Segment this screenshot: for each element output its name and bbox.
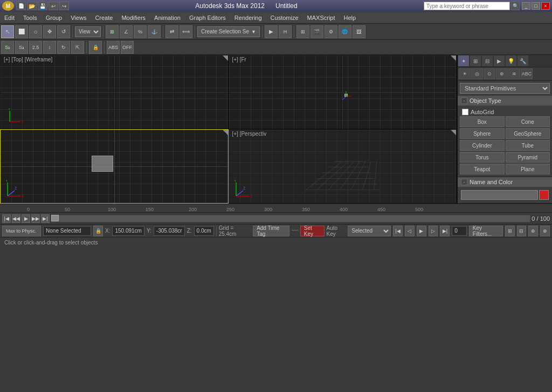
- menu-views[interactable]: Views: [66, 12, 91, 23]
- menu-edit[interactable]: Edit: [0, 12, 19, 23]
- spinner-snap-btn[interactable]: ⚓: [148, 25, 161, 38]
- key-filters-btn[interactable]: Key Filters...: [469, 226, 503, 236]
- spinner-scale-btn[interactable]: ⇱: [71, 41, 84, 54]
- first-frame-btn[interactable]: |◀: [393, 226, 403, 236]
- maximize-button[interactable]: □: [532, 2, 540, 10]
- undo-icon[interactable]: ↩: [49, 2, 58, 10]
- close-button[interactable]: ×: [541, 2, 550, 10]
- primitives-dropdown[interactable]: Standard PrimitivesExtended PrimitivesCo…: [460, 83, 550, 94]
- circle-select-btn[interactable]: ○: [29, 25, 42, 38]
- save-icon[interactable]: 💾: [38, 2, 47, 10]
- timeline-thumb[interactable]: [51, 215, 59, 221]
- abs-mode-btn[interactable]: ABS: [107, 41, 120, 54]
- obj-btn-sphere[interactable]: Sphere: [460, 128, 505, 139]
- spinner-move-btn[interactable]: ↕: [43, 41, 56, 54]
- obj-btn-box[interactable]: Box: [460, 116, 505, 127]
- create-selection-dropdown[interactable]: Create Selection Se ▼: [197, 26, 260, 37]
- rpanel-subtab-6[interactable]: ABC: [521, 68, 533, 79]
- render-setup-btn[interactable]: ⚙: [325, 25, 337, 38]
- next-key-status-btn[interactable]: ▷: [429, 226, 438, 236]
- obj-btn-cone[interactable]: Cone: [506, 116, 550, 127]
- select-tool-btn[interactable]: ↖: [1, 25, 14, 38]
- rpanel-tab-create[interactable]: ✦: [458, 55, 470, 67]
- viewport-front[interactable]: [+] [Fr: [229, 55, 457, 129]
- offset-mode-btn[interactable]: OFF: [121, 41, 134, 54]
- search-icon[interactable]: 🔍: [511, 2, 520, 10]
- viewport-corner-top[interactable]: [223, 55, 228, 61]
- prev-key-status-btn[interactable]: ◁: [405, 226, 415, 236]
- menu-tools[interactable]: Tools: [19, 12, 42, 23]
- viewport-corner-front[interactable]: [451, 55, 456, 61]
- viewport-corner-persp[interactable]: [451, 130, 456, 135]
- rpanel-tab-display[interactable]: 💡: [505, 55, 517, 67]
- menu-modifiers[interactable]: Modifiers: [117, 12, 150, 23]
- rpanel-tab-motion[interactable]: ▶: [493, 55, 505, 67]
- rpanel-tab-modify[interactable]: ⊞: [470, 55, 481, 67]
- angle-snap-btn[interactable]: ∠: [120, 25, 133, 38]
- next-key-btn[interactable]: ▶▶: [31, 214, 40, 223]
- obj-btn-teapot[interactable]: Teapot: [460, 164, 505, 174]
- spinner-rotate-btn[interactable]: ↻: [57, 41, 70, 54]
- add-time-tag-btn[interactable]: Add Time Tag: [253, 226, 289, 236]
- next-frame-btn[interactable]: ▶|: [41, 214, 50, 223]
- snap-3d-btn[interactable]: S₃: [15, 41, 28, 54]
- snap-25d-btn[interactable]: 2.5: [29, 41, 42, 54]
- object-name-input[interactable]: [461, 190, 538, 200]
- minimize-button[interactable]: _: [522, 2, 530, 10]
- viewport-perspective[interactable]: [+] [Perspectiv: [229, 129, 457, 204]
- obj-btn-geosphere[interactable]: GeoSphere: [506, 128, 550, 139]
- menu-graph-editors[interactable]: Graph Editors: [185, 12, 230, 23]
- extra-icon-4[interactable]: ⊗: [540, 226, 550, 236]
- extra-icon-2[interactable]: ⊟: [517, 226, 527, 236]
- prev-frame-btn[interactable]: |◀: [2, 214, 11, 223]
- play-btn[interactable]: ▶: [265, 25, 278, 38]
- render-frame-btn[interactable]: 🖼: [353, 25, 365, 38]
- menu-customize[interactable]: Customize: [266, 12, 303, 23]
- render-type-btn[interactable]: ⊞: [296, 25, 309, 38]
- name-color-header[interactable]: - Name and Color: [458, 177, 552, 187]
- set-key-btn[interactable]: Set Key: [300, 226, 325, 236]
- menu-help[interactable]: Help: [340, 12, 361, 23]
- viewport-top[interactable]: [+] [Top] [Wireframe] X Y: [0, 55, 229, 129]
- rpanel-subtab-4[interactable]: ⊛: [496, 68, 508, 79]
- open-icon[interactable]: 📂: [27, 2, 37, 10]
- frame-number[interactable]: 0: [452, 226, 467, 236]
- menu-rendering[interactable]: Rendering: [230, 12, 266, 23]
- obj-btn-cylinder[interactable]: Cylinder: [460, 140, 505, 151]
- play-btn[interactable]: ▶: [22, 214, 30, 223]
- lock-sel-btn[interactable]: 🔒: [89, 41, 102, 54]
- menu-maxscript[interactable]: MAXScript: [303, 12, 340, 23]
- play-status-btn[interactable]: ▶: [417, 226, 426, 236]
- obj-btn-tube[interactable]: Tube: [506, 140, 550, 151]
- obj-btn-plane[interactable]: Plane: [506, 164, 550, 174]
- move-btn[interactable]: ✥: [43, 25, 56, 38]
- percent-snap-btn[interactable]: %: [134, 25, 147, 38]
- transform-btn[interactable]: ⇄: [165, 25, 178, 38]
- selected-dropdown[interactable]: Selected: [348, 226, 391, 236]
- viewport-left[interactable]: X Y Z: [0, 129, 229, 204]
- object-type-header[interactable]: - Object Type: [458, 96, 552, 106]
- color-swatch[interactable]: [539, 190, 549, 200]
- obj-btn-pyramid[interactable]: Pyramid: [506, 152, 550, 163]
- viewport-corner-left[interactable]: [223, 130, 228, 135]
- last-frame-btn[interactable]: ▶|: [440, 226, 450, 236]
- rpanel-subtab-2[interactable]: ◎: [471, 68, 483, 79]
- extra-icon-1[interactable]: ⊞: [505, 226, 515, 236]
- rotate-btn[interactable]: ↺: [57, 25, 70, 38]
- menu-group[interactable]: Group: [42, 12, 67, 23]
- max-physc-btn[interactable]: Max to Physc.: [2, 226, 41, 236]
- menu-create[interactable]: Create: [91, 12, 117, 23]
- timeline-track[interactable]: [51, 215, 530, 222]
- rpanel-subtab-1[interactable]: ☀: [459, 68, 471, 79]
- prev-key-btn[interactable]: ◀◀: [12, 214, 20, 223]
- snap-toggle-btn[interactable]: ⊞: [106, 25, 119, 38]
- obj-btn-torus[interactable]: Torus: [460, 152, 505, 163]
- env-btn[interactable]: 🌐: [339, 25, 351, 38]
- view-dropdown[interactable]: View: [75, 26, 101, 37]
- search-input[interactable]: [424, 2, 510, 10]
- new-icon[interactable]: 📄: [16, 2, 26, 10]
- mirror-btn[interactable]: ⟺: [180, 25, 192, 38]
- rpanel-tab-utilities[interactable]: 🔧: [517, 55, 529, 67]
- redo-icon[interactable]: ↪: [59, 2, 69, 10]
- select-name-btn[interactable]: H: [279, 25, 292, 38]
